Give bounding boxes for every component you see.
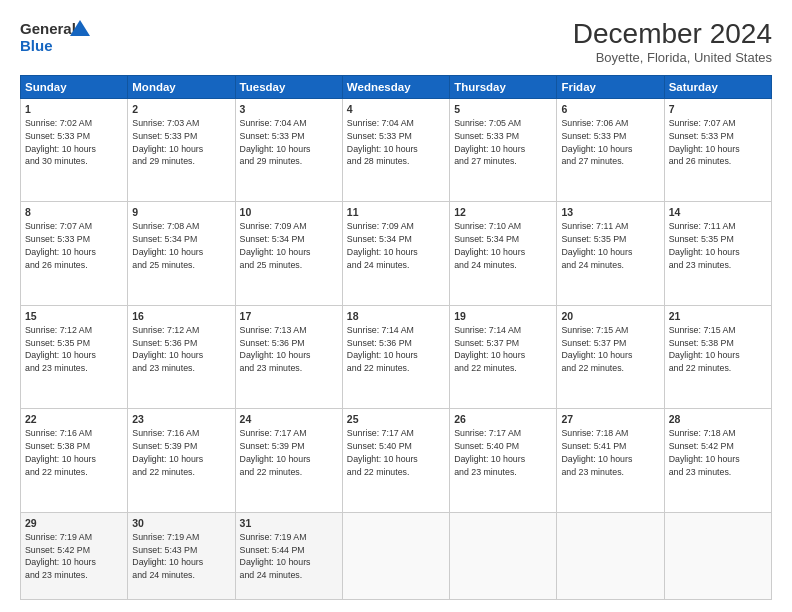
calendar-cell: 20Sunrise: 7:15 AMSunset: 5:37 PMDayligh… [557,305,664,408]
day-info: Sunrise: 7:02 AMSunset: 5:33 PMDaylight:… [25,117,123,168]
day-info: Sunrise: 7:18 AMSunset: 5:41 PMDaylight:… [561,427,659,478]
calendar-cell: 4Sunrise: 7:04 AMSunset: 5:33 PMDaylight… [342,99,449,202]
calendar-cell: 2Sunrise: 7:03 AMSunset: 5:33 PMDaylight… [128,99,235,202]
calendar-cell: 1Sunrise: 7:02 AMSunset: 5:33 PMDaylight… [21,99,128,202]
calendar-cell: 24Sunrise: 7:17 AMSunset: 5:39 PMDayligh… [235,409,342,512]
day-info: Sunrise: 7:09 AMSunset: 5:34 PMDaylight:… [240,220,338,271]
calendar-cell: 3Sunrise: 7:04 AMSunset: 5:33 PMDaylight… [235,99,342,202]
page: GeneralBlue December 2024 Boyette, Flori… [0,0,792,612]
day-info: Sunrise: 7:13 AMSunset: 5:36 PMDaylight:… [240,324,338,375]
day-number: 20 [561,310,659,322]
day-info: Sunrise: 7:11 AMSunset: 5:35 PMDaylight:… [561,220,659,271]
day-info: Sunrise: 7:04 AMSunset: 5:33 PMDaylight:… [347,117,445,168]
main-title: December 2024 [573,18,772,50]
day-number: 19 [454,310,552,322]
day-info: Sunrise: 7:19 AMSunset: 5:43 PMDaylight:… [132,531,230,582]
col-header-friday: Friday [557,76,664,99]
day-info: Sunrise: 7:18 AMSunset: 5:42 PMDaylight:… [669,427,767,478]
day-info: Sunrise: 7:12 AMSunset: 5:35 PMDaylight:… [25,324,123,375]
calendar-cell [450,512,557,599]
day-number: 27 [561,413,659,425]
day-info: Sunrise: 7:15 AMSunset: 5:38 PMDaylight:… [669,324,767,375]
day-info: Sunrise: 7:19 AMSunset: 5:44 PMDaylight:… [240,531,338,582]
calendar-cell: 18Sunrise: 7:14 AMSunset: 5:36 PMDayligh… [342,305,449,408]
day-info: Sunrise: 7:14 AMSunset: 5:37 PMDaylight:… [454,324,552,375]
day-info: Sunrise: 7:06 AMSunset: 5:33 PMDaylight:… [561,117,659,168]
calendar-cell: 10Sunrise: 7:09 AMSunset: 5:34 PMDayligh… [235,202,342,305]
calendar-cell [557,512,664,599]
day-number: 11 [347,206,445,218]
week-row-4: 22Sunrise: 7:16 AMSunset: 5:38 PMDayligh… [21,409,772,512]
day-number: 23 [132,413,230,425]
logo: GeneralBlue [20,18,100,58]
calendar-cell: 6Sunrise: 7:06 AMSunset: 5:33 PMDaylight… [557,99,664,202]
calendar-cell: 8Sunrise: 7:07 AMSunset: 5:33 PMDaylight… [21,202,128,305]
day-number: 8 [25,206,123,218]
day-info: Sunrise: 7:14 AMSunset: 5:36 PMDaylight:… [347,324,445,375]
calendar-cell: 19Sunrise: 7:14 AMSunset: 5:37 PMDayligh… [450,305,557,408]
week-row-2: 8Sunrise: 7:07 AMSunset: 5:33 PMDaylight… [21,202,772,305]
svg-text:Blue: Blue [20,37,53,54]
calendar-cell: 9Sunrise: 7:08 AMSunset: 5:34 PMDaylight… [128,202,235,305]
calendar-cell: 30Sunrise: 7:19 AMSunset: 5:43 PMDayligh… [128,512,235,599]
calendar-cell: 28Sunrise: 7:18 AMSunset: 5:42 PMDayligh… [664,409,771,512]
col-header-thursday: Thursday [450,76,557,99]
title-block: December 2024 Boyette, Florida, United S… [573,18,772,65]
day-number: 14 [669,206,767,218]
day-number: 22 [25,413,123,425]
calendar-cell: 29Sunrise: 7:19 AMSunset: 5:42 PMDayligh… [21,512,128,599]
day-info: Sunrise: 7:17 AMSunset: 5:40 PMDaylight:… [454,427,552,478]
day-number: 13 [561,206,659,218]
calendar-cell [664,512,771,599]
day-number: 16 [132,310,230,322]
day-number: 24 [240,413,338,425]
day-number: 10 [240,206,338,218]
day-number: 12 [454,206,552,218]
day-number: 26 [454,413,552,425]
day-number: 4 [347,103,445,115]
calendar-cell: 27Sunrise: 7:18 AMSunset: 5:41 PMDayligh… [557,409,664,512]
calendar-cell: 17Sunrise: 7:13 AMSunset: 5:36 PMDayligh… [235,305,342,408]
day-number: 7 [669,103,767,115]
week-row-5: 29Sunrise: 7:19 AMSunset: 5:42 PMDayligh… [21,512,772,599]
day-info: Sunrise: 7:05 AMSunset: 5:33 PMDaylight:… [454,117,552,168]
calendar-cell: 22Sunrise: 7:16 AMSunset: 5:38 PMDayligh… [21,409,128,512]
day-info: Sunrise: 7:17 AMSunset: 5:39 PMDaylight:… [240,427,338,478]
col-header-monday: Monday [128,76,235,99]
day-info: Sunrise: 7:08 AMSunset: 5:34 PMDaylight:… [132,220,230,271]
calendar-cell: 14Sunrise: 7:11 AMSunset: 5:35 PMDayligh… [664,202,771,305]
calendar-cell: 13Sunrise: 7:11 AMSunset: 5:35 PMDayligh… [557,202,664,305]
day-number: 17 [240,310,338,322]
calendar-header-row: SundayMondayTuesdayWednesdayThursdayFrid… [21,76,772,99]
day-number: 18 [347,310,445,322]
day-number: 3 [240,103,338,115]
day-info: Sunrise: 7:11 AMSunset: 5:35 PMDaylight:… [669,220,767,271]
calendar-cell: 7Sunrise: 7:07 AMSunset: 5:33 PMDaylight… [664,99,771,202]
day-info: Sunrise: 7:03 AMSunset: 5:33 PMDaylight:… [132,117,230,168]
day-number: 21 [669,310,767,322]
calendar-cell: 11Sunrise: 7:09 AMSunset: 5:34 PMDayligh… [342,202,449,305]
day-info: Sunrise: 7:17 AMSunset: 5:40 PMDaylight:… [347,427,445,478]
calendar-table: SundayMondayTuesdayWednesdayThursdayFrid… [20,75,772,600]
day-number: 30 [132,517,230,529]
calendar-cell: 5Sunrise: 7:05 AMSunset: 5:33 PMDaylight… [450,99,557,202]
day-info: Sunrise: 7:04 AMSunset: 5:33 PMDaylight:… [240,117,338,168]
week-row-3: 15Sunrise: 7:12 AMSunset: 5:35 PMDayligh… [21,305,772,408]
day-info: Sunrise: 7:15 AMSunset: 5:37 PMDaylight:… [561,324,659,375]
calendar-cell: 21Sunrise: 7:15 AMSunset: 5:38 PMDayligh… [664,305,771,408]
col-header-saturday: Saturday [664,76,771,99]
day-info: Sunrise: 7:07 AMSunset: 5:33 PMDaylight:… [669,117,767,168]
week-row-1: 1Sunrise: 7:02 AMSunset: 5:33 PMDaylight… [21,99,772,202]
header: GeneralBlue December 2024 Boyette, Flori… [20,18,772,65]
calendar-cell: 23Sunrise: 7:16 AMSunset: 5:39 PMDayligh… [128,409,235,512]
day-info: Sunrise: 7:09 AMSunset: 5:34 PMDaylight:… [347,220,445,271]
calendar-cell: 16Sunrise: 7:12 AMSunset: 5:36 PMDayligh… [128,305,235,408]
day-info: Sunrise: 7:10 AMSunset: 5:34 PMDaylight:… [454,220,552,271]
day-info: Sunrise: 7:19 AMSunset: 5:42 PMDaylight:… [25,531,123,582]
logo-svg: GeneralBlue [20,18,100,58]
day-number: 6 [561,103,659,115]
day-number: 5 [454,103,552,115]
calendar-cell: 25Sunrise: 7:17 AMSunset: 5:40 PMDayligh… [342,409,449,512]
calendar-cell: 31Sunrise: 7:19 AMSunset: 5:44 PMDayligh… [235,512,342,599]
day-info: Sunrise: 7:12 AMSunset: 5:36 PMDaylight:… [132,324,230,375]
